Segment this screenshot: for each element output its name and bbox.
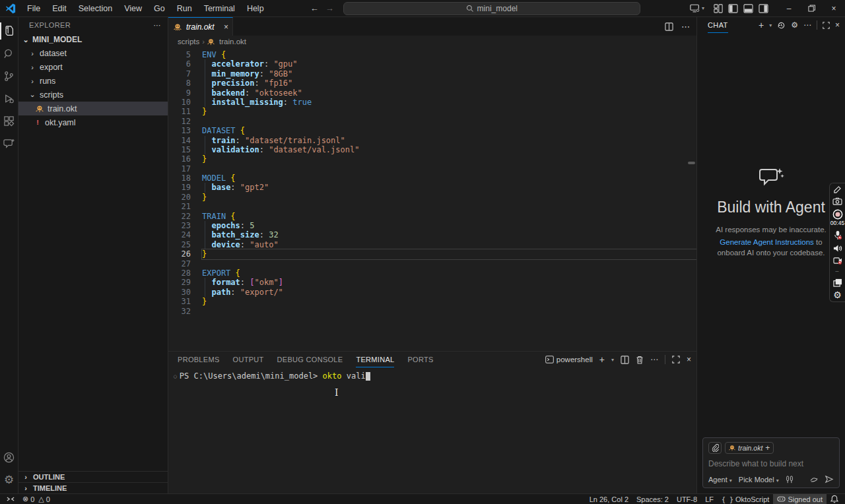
activity-settings-icon[interactable]: ⚙ [0,468,18,491]
line-number[interactable]: 12 [168,117,191,126]
menu-file[interactable]: File [21,0,46,17]
terminal[interactable]: ○ PS C:\Users\ademi\mini_model> okto val… [168,367,696,493]
command-center-search[interactable]: mini_model [343,2,640,15]
line-number[interactable]: 10 [168,98,191,107]
split-editor-icon[interactable] [665,22,673,31]
status-eol[interactable]: LF [701,494,718,504]
status-cursor-position[interactable]: Ln 26, Col 2 [586,494,632,504]
send-icon[interactable] [825,475,834,484]
code-line-14[interactable]: 14 train: "dataset/train.jsonl" [168,136,696,145]
code-line-27[interactable]: 27 [168,259,696,268]
code-line-5[interactable]: 5ENV { [168,50,696,59]
code-line-8[interactable]: 8 precision: "fp16" [168,79,696,88]
timeline-section[interactable]: › TIMELINE [18,482,168,493]
panel-tab-debug-console[interactable]: DEBUG CONSOLE [277,352,343,367]
split-terminal-icon[interactable] [621,356,629,364]
line-number[interactable]: 28 [168,268,191,278]
tab-close-icon[interactable]: × [224,22,228,32]
outline-section[interactable]: › OUTLINE [18,471,168,482]
line-number[interactable]: 21 [168,202,191,211]
code-line-6[interactable]: 6 accelerator: "gpu" [168,59,696,69]
code-line-20[interactable]: 20} [168,193,696,202]
line-number[interactable]: 22 [168,212,191,221]
breadcrumb[interactable]: scripts › train.okt [168,36,696,47]
annotate-pen-icon[interactable] [833,186,842,193]
code-line-9[interactable]: 9 backend: "oktoseek" [168,88,696,98]
menu-go[interactable]: Go [148,0,171,17]
menu-run[interactable]: Run [171,0,198,17]
activity-source-control-icon[interactable] [0,65,18,87]
status-notifications[interactable] [827,494,842,504]
code-line-18[interactable]: 18MODEL { [168,173,696,183]
line-number[interactable]: 15 [168,145,191,154]
explorer-item-okt.yaml[interactable]: !okt.yaml [18,115,168,129]
code-line-25[interactable]: 25 device: "auto" [168,240,696,249]
attach-context-icon[interactable] [708,442,722,454]
code-line-19[interactable]: 19 base: "gpt2" [168,183,696,192]
line-number[interactable]: 19 [168,183,191,192]
model-picker-dropdown[interactable]: Pick Model ▾ [739,476,779,484]
explorer-item-export[interactable]: ›export [18,60,168,74]
line-number[interactable]: 20 [168,193,191,202]
add-context-icon[interactable]: + [765,443,770,453]
explorer-item-train.okt[interactable]: train.okt [18,102,168,115]
windows-layers-icon[interactable] [833,278,842,287]
line-number[interactable]: 18 [168,173,191,183]
line-number[interactable]: 23 [168,221,191,230]
line-number[interactable]: 16 [168,154,191,164]
context-chip-train-okt[interactable]: train.okt + [725,442,774,454]
screenshot-camera-icon[interactable] [832,197,842,205]
code-line-7[interactable]: 7 min_memory: "8GB" [168,69,696,79]
explorer-item-dataset[interactable]: ›dataset [18,46,168,60]
explorer-item-runs[interactable]: ›runs [18,74,168,88]
code-line-30[interactable]: 30 path: "export/" [168,288,696,297]
new-terminal-icon[interactable]: + [599,354,605,365]
line-number[interactable]: 11 [168,107,191,116]
nav-forward-icon[interactable]: → [325,3,334,13]
code-line-11[interactable]: 11} [168,107,696,116]
menu-edit[interactable]: Edit [46,0,73,17]
line-number[interactable]: 6 [168,59,191,69]
code-line-29[interactable]: 29 format: ["okm"] [168,278,696,287]
terminal-shell-label[interactable]: powershell [545,356,593,363]
status-indentation[interactable]: Spaces: 2 [632,494,673,504]
code-line-24[interactable]: 24 batch_size: 32 [168,230,696,239]
explorer-root-folder[interactable]: ⌄ MINI_MODEL [18,33,168,46]
explorer-more-actions-icon[interactable]: ⋯ [154,21,161,30]
activity-explorer-icon[interactable] [0,20,18,42]
generate-instructions-link[interactable]: Generate Agent Instructions [720,238,814,246]
chat-input-placeholder[interactable]: Describe what to build next [708,459,834,468]
recorder-settings-icon[interactable]: ⚙ [833,291,842,299]
editor-more-actions-icon[interactable]: ⋯ [681,22,690,32]
menu-terminal[interactable]: Terminal [198,0,241,17]
line-number[interactable]: 32 [168,307,191,316]
problems-status[interactable]: ⊗0 △0 [18,494,54,504]
panel-tab-ports[interactable]: PORTS [407,352,433,367]
close-panel-icon[interactable]: × [687,355,691,364]
command-decoration-icon[interactable]: ○ [174,373,177,379]
line-number[interactable]: 24 [168,230,191,239]
line-number[interactable]: 7 [168,69,191,79]
activity-extensions-icon[interactable] [0,110,18,132]
line-number[interactable]: 5 [168,50,191,59]
explorer-item-scripts[interactable]: ⌄scripts [18,88,168,102]
code-line-28[interactable]: 28EXPORT { [168,268,696,278]
kill-terminal-icon[interactable] [636,356,644,364]
line-number[interactable]: 13 [168,126,191,135]
line-number[interactable]: 9 [168,88,191,98]
line-number[interactable]: 8 [168,79,191,88]
line-number[interactable]: 31 [168,297,191,306]
line-number[interactable]: 30 [168,288,191,297]
panel-tab-terminal[interactable]: TERMINAL [356,352,394,367]
status-encoding[interactable]: UTF-8 [673,494,701,504]
code-line-15[interactable]: 15 validation: "dataset/val.jsonl" [168,145,696,154]
tools-icon[interactable] [786,476,794,484]
code-line-12[interactable]: 12 [168,117,696,126]
code-editor[interactable]: 5ENV {6 accelerator: "gpu"7 min_memory: … [168,47,696,351]
line-number[interactable]: 14 [168,136,191,145]
status-copilot-signed-out[interactable]: Signed out [773,494,827,504]
activity-search-icon[interactable] [0,42,18,65]
line-number[interactable]: 25 [168,240,191,249]
webcam-off-icon[interactable] [833,257,842,265]
voice-chat-icon[interactable] [809,476,819,484]
